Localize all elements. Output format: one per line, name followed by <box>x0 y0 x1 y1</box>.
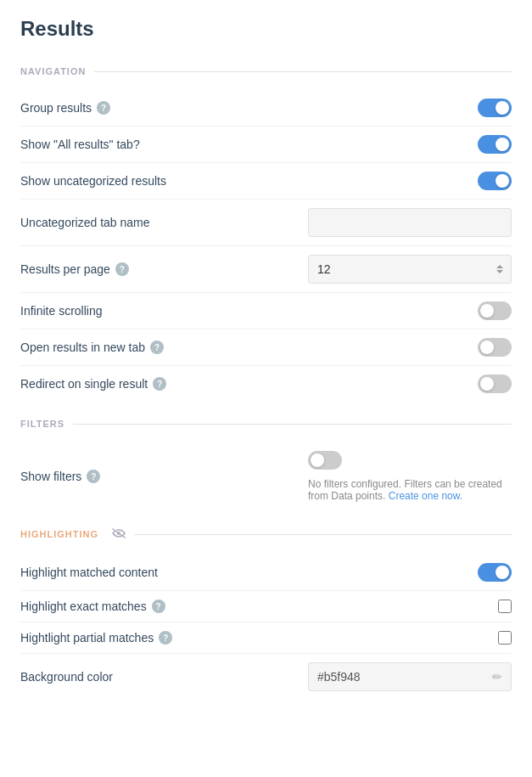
filters-section: FILTERS Show filters ? No filters config… <box>20 419 512 510</box>
edit-color-icon[interactable]: ✏ <box>492 670 502 684</box>
highlighting-section-header: HIGHLIGHTING <box>20 527 512 541</box>
highlighting-section-label: HIGHLIGHTING <box>20 529 98 539</box>
filters-section-label: FILTERS <box>20 419 64 429</box>
infinite-scrolling-row: Infinite scrolling <box>20 293 512 329</box>
highlighting-section-title-group: HIGHLIGHTING <box>20 527 126 541</box>
highlight-partial-matches-checkbox[interactable] <box>498 631 512 645</box>
redirect-single-result-row: Redirect on single result ? <box>20 366 512 402</box>
page-title: Results <box>20 17 512 41</box>
open-results-new-tab-toggle[interactable] <box>478 338 512 357</box>
infinite-scrolling-label: Infinite scrolling <box>20 304 103 318</box>
show-filters-help-icon[interactable]: ? <box>87 470 100 483</box>
open-results-new-tab-label: Open results in new tab ? <box>20 341 164 354</box>
highlighting-section-line <box>134 534 512 535</box>
background-color-value: #b5f948 <box>317 670 361 684</box>
navigation-section-header: NAVIGATION <box>20 66 512 76</box>
highlight-matched-content-label: Highlight matched content <box>20 566 158 579</box>
group-results-toggle[interactable] <box>478 99 512 117</box>
filters-section-line <box>73 424 512 425</box>
highlight-exact-matches-checkbox[interactable] <box>498 600 512 613</box>
results-per-page-row: Results per page ? 12 24 48 <box>20 246 512 293</box>
uncategorized-tab-name-label: Uncategorized tab name <box>20 216 150 229</box>
navigation-section: NAVIGATION Group results ? Show "All res… <box>20 66 512 402</box>
group-results-row: Group results ? <box>20 90 512 127</box>
eye-off-icon <box>112 527 126 541</box>
highlight-exact-matches-help-icon[interactable]: ? <box>152 600 165 613</box>
show-uncategorized-toggle[interactable] <box>478 172 512 190</box>
highlight-matched-content-toggle[interactable] <box>478 563 512 582</box>
open-results-new-tab-help-icon[interactable]: ? <box>150 341 164 354</box>
navigation-section-label: NAVIGATION <box>20 66 86 76</box>
highlight-exact-matches-row: Highlight exact matches ? <box>20 591 512 622</box>
show-all-results-toggle[interactable] <box>478 135 512 154</box>
open-results-new-tab-row: Open results in new tab ? <box>20 329 512 366</box>
uncategorized-tab-name-row: Uncategorized tab name <box>20 200 512 246</box>
filter-info-text: No filters configured. Filters can be cr… <box>308 478 512 502</box>
filters-section-header: FILTERS <box>20 419 512 429</box>
show-filters-label: Show filters ? <box>20 470 100 483</box>
group-results-label: Group results ? <box>20 101 110 115</box>
highlight-partial-matches-help-icon[interactable]: ? <box>159 631 172 645</box>
highlighting-section: HIGHLIGHTING Highlight matched content <box>20 527 512 700</box>
show-all-results-label: Show "All results" tab? <box>20 138 140 151</box>
background-color-input-wrapper[interactable]: #b5f948 ✏ <box>308 662 512 691</box>
navigation-section-line <box>94 71 512 72</box>
group-results-help-icon[interactable]: ? <box>97 101 110 115</box>
redirect-single-result-help-icon[interactable]: ? <box>153 377 166 391</box>
show-filters-right: No filters configured. Filters can be cr… <box>308 451 512 502</box>
highlight-matched-content-row: Highlight matched content <box>20 555 512 591</box>
uncategorized-tab-name-input[interactable] <box>308 208 512 237</box>
filter-create-link[interactable]: Create one now. <box>389 490 462 502</box>
infinite-scrolling-toggle[interactable] <box>478 301 512 320</box>
show-uncategorized-label: Show uncategorized results <box>20 174 166 188</box>
results-per-page-label: Results per page ? <box>20 262 129 276</box>
highlight-partial-matches-label: Hightlight partial matches ? <box>20 631 172 645</box>
highlight-exact-matches-label: Highlight exact matches ? <box>20 600 165 613</box>
redirect-single-result-label: Redirect on single result ? <box>20 377 166 391</box>
show-uncategorized-row: Show uncategorized results <box>20 163 512 200</box>
highlight-partial-matches-row: Hightlight partial matches ? <box>20 622 512 654</box>
show-all-results-row: Show "All results" tab? <box>20 127 512 163</box>
show-filters-toggle[interactable] <box>308 451 342 470</box>
background-color-label: Background color <box>20 670 113 684</box>
results-per-page-help-icon[interactable]: ? <box>115 262 129 276</box>
results-per-page-select[interactable]: 12 24 48 <box>308 255 512 284</box>
show-filters-row: Show filters ? No filters configured. Fi… <box>20 442 512 510</box>
background-color-row: Background color #b5f948 ✏ <box>20 654 512 700</box>
redirect-single-result-toggle[interactable] <box>478 374 512 393</box>
